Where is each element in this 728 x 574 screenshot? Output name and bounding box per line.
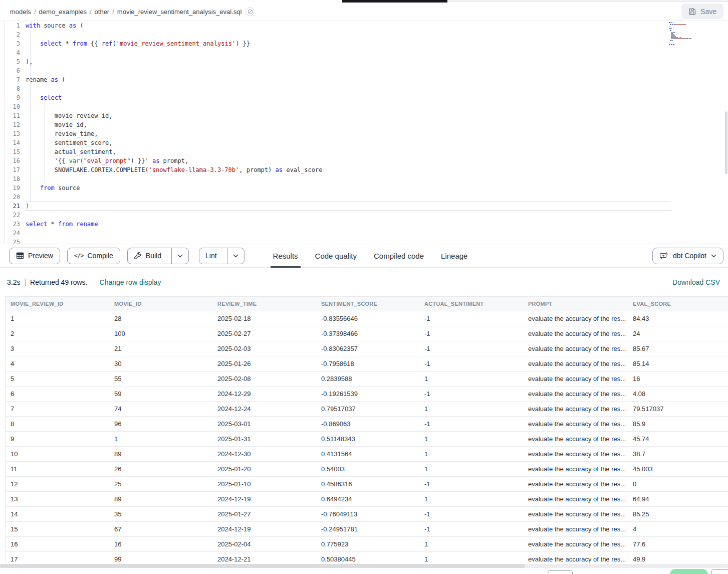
code-line[interactable]: 2 bbox=[5, 30, 728, 39]
cell-movie_id: 100 bbox=[109, 330, 212, 337]
code-line[interactable]: 21) bbox=[5, 202, 728, 211]
code-text bbox=[26, 102, 728, 111]
horizontal-scrollbar-thumb[interactable] bbox=[0, 564, 525, 568]
cell-review_time: 2024-12-21 bbox=[212, 555, 316, 562]
cell-prompt[interactable]: evaluate the accuracy of the res...› bbox=[523, 510, 628, 518]
save-button[interactable]: Save bbox=[681, 4, 723, 19]
code-line[interactable]: 1with source as ( bbox=[5, 21, 728, 30]
code-line[interactable]: 23select * from rename bbox=[5, 220, 728, 229]
line-number: 18 bbox=[5, 174, 26, 183]
cell-review_time: 2025-01-31 bbox=[212, 435, 316, 443]
cell-prompt[interactable]: evaluate the accuracy of the res...› bbox=[523, 450, 628, 458]
code-line[interactable]: 6 bbox=[5, 66, 728, 75]
cell-eval_score: 85.25 bbox=[628, 510, 728, 518]
tab-lineage[interactable]: Lineage bbox=[432, 244, 476, 267]
code-line[interactable]: 8 bbox=[5, 84, 728, 93]
code-lines: 1with source as (23 select * from {{ ref… bbox=[5, 21, 728, 244]
cell-prompt[interactable]: evaluate the accuracy of the res...› bbox=[523, 495, 628, 503]
breadcrumb-item-models[interactable]: models bbox=[10, 8, 31, 16]
cell-sentiment_score: 0.50380445 bbox=[316, 555, 419, 562]
cell-prompt[interactable]: evaluate the accuracy of the res...› bbox=[523, 555, 628, 562]
minimap[interactable] bbox=[669, 22, 725, 47]
cell-prompt[interactable]: evaluate the accuracy of the res...› bbox=[523, 315, 628, 322]
prompt-preview-text: evaluate the accuracy of the res... bbox=[528, 480, 626, 488]
code-line[interactable]: 3 select * from {{ ref('movie_review_sen… bbox=[5, 39, 728, 48]
cell-prompt[interactable]: evaluate the accuracy of the res...› bbox=[523, 375, 628, 382]
build-options-caret[interactable] bbox=[171, 248, 188, 264]
cell-actual_sentiment: 1 bbox=[419, 450, 523, 458]
code-text bbox=[26, 48, 728, 57]
code-line[interactable]: 18 bbox=[5, 174, 728, 183]
code-line[interactable]: 13 review_time, bbox=[5, 129, 728, 138]
breadcrumb-item-other[interactable]: other bbox=[95, 8, 110, 16]
table-row: 1282025-02-18-0.83556646-1evaluate the a… bbox=[6, 311, 728, 326]
code-text bbox=[26, 66, 728, 75]
cell-eval_score: 85.9 bbox=[628, 420, 728, 428]
code-editor[interactable]: 1with source as (23 select * from {{ ref… bbox=[5, 21, 728, 244]
download-csv-link[interactable]: Download CSV bbox=[672, 278, 720, 286]
code-line[interactable]: 16 '{{ var("eval_prompt") }}' as prompt, bbox=[5, 156, 728, 165]
tab-compiled-code[interactable]: Compiled code bbox=[365, 244, 432, 267]
line-number: 2 bbox=[5, 30, 26, 39]
code-icon: </> bbox=[74, 252, 84, 259]
tab-code-quality[interactable]: Code quality bbox=[307, 244, 365, 267]
lint-options-caret[interactable] bbox=[227, 248, 244, 264]
cell-sentiment_score: -0.76049113 bbox=[316, 510, 419, 518]
editor-scrollbar[interactable] bbox=[725, 111, 727, 174]
cell-prompt[interactable]: evaluate the accuracy of the res...› bbox=[523, 330, 628, 337]
cell-prompt[interactable]: evaluate the accuracy of the res...› bbox=[523, 420, 628, 428]
line-number: 20 bbox=[5, 193, 26, 202]
code-line[interactable]: 11 movie_review_id, bbox=[5, 111, 728, 120]
code-line[interactable]: 19 from source bbox=[5, 183, 728, 193]
code-line[interactable]: 15 actual_sentiment, bbox=[5, 147, 728, 156]
compile-button[interactable]: </> Compile bbox=[67, 248, 120, 264]
indent-guide bbox=[30, 30, 31, 202]
cell-prompt[interactable]: evaluate the accuracy of the res...› bbox=[523, 525, 628, 533]
code-line[interactable]: 7rename as ( bbox=[5, 75, 728, 84]
cell-prompt[interactable]: evaluate the accuracy of the res...› bbox=[523, 465, 628, 473]
cell-prompt[interactable]: evaluate the accuracy of the res...› bbox=[523, 480, 628, 488]
header-cell-sentiment_score: SENTIMENT_SCORE bbox=[316, 301, 419, 307]
cell-movie_id: 26 bbox=[109, 465, 212, 473]
code-line[interactable]: 24 bbox=[5, 229, 728, 238]
cell-prompt[interactable]: evaluate the accuracy of the res...› bbox=[523, 540, 628, 548]
cell-actual_sentiment: -1 bbox=[419, 390, 523, 398]
breadcrumb-item-filename[interactable]: movie_review_sentiment_analysis_eval.sql bbox=[117, 8, 242, 16]
code-line[interactable]: 4 bbox=[5, 48, 728, 57]
code-line[interactable]: 25 bbox=[5, 238, 728, 244]
code-line[interactable]: 12 movie_id, bbox=[5, 120, 728, 129]
cell-prompt[interactable]: evaluate the accuracy of the res...› bbox=[523, 360, 628, 367]
header-cell-movie_id: MOVIE_ID bbox=[109, 301, 212, 307]
preview-button[interactable]: Preview bbox=[9, 248, 60, 264]
code-line[interactable]: 22 bbox=[5, 211, 728, 220]
dbt-copilot-button[interactable]: dbt Copilot bbox=[652, 248, 723, 264]
code-line[interactable]: 20 bbox=[5, 193, 728, 202]
cell-prompt[interactable]: evaluate the accuracy of the res...› bbox=[523, 435, 628, 443]
change-row-display-link[interactable]: Change row display bbox=[100, 278, 161, 286]
bottom-partial-button[interactable] bbox=[711, 569, 728, 574]
line-number: 1 bbox=[5, 21, 26, 30]
cell-review_time: 2025-01-20 bbox=[212, 465, 316, 473]
cell-movie_review_id: 12 bbox=[6, 480, 109, 488]
bottom-partial-green-button[interactable] bbox=[670, 569, 708, 574]
code-line[interactable]: 10 bbox=[5, 102, 728, 111]
code-line[interactable]: 9 select bbox=[5, 93, 728, 102]
code-line[interactable]: 14 sentiment_score, bbox=[5, 138, 728, 147]
breadcrumb-item-demo-examples[interactable]: demo_examples bbox=[39, 8, 87, 16]
cell-prompt[interactable]: evaluate the accuracy of the res...› bbox=[523, 345, 628, 352]
bottom-partial-button[interactable] bbox=[548, 570, 573, 574]
cell-review_time: 2024-12-24 bbox=[212, 405, 316, 413]
build-button[interactable]: Build bbox=[128, 248, 167, 264]
cell-prompt[interactable]: evaluate the accuracy of the res...› bbox=[523, 405, 628, 413]
table-row: 5552025-02-080.28395881evaluate the accu… bbox=[6, 371, 728, 387]
code-line[interactable]: 5), bbox=[5, 57, 728, 66]
query-returned-rows: Returned 49 rows. bbox=[30, 278, 87, 286]
table-row: 14352025-01-27-0.76049113-1evaluate the … bbox=[6, 507, 728, 522]
code-line[interactable]: 17 SNOWFLAKE.CORTEX.COMPLETE('snowflake-… bbox=[5, 165, 728, 174]
code-text: movie_id, bbox=[26, 120, 728, 129]
lint-button[interactable]: Lint bbox=[199, 248, 223, 264]
tab-results[interactable]: Results bbox=[265, 244, 307, 267]
cell-movie_id: 25 bbox=[109, 480, 212, 488]
cell-prompt[interactable]: evaluate the accuracy of the res...› bbox=[523, 390, 628, 398]
cell-movie_id: 16 bbox=[109, 540, 212, 548]
